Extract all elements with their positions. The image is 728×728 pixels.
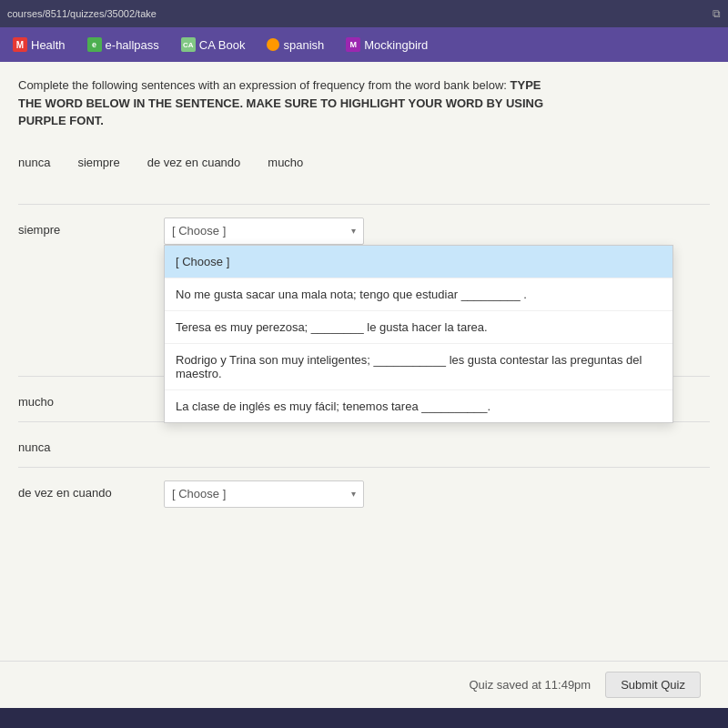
select-siempre-value: [ Choose ] <box>172 224 226 238</box>
dropdown-option-4[interactable]: La clase de inglés es muy fácil; tenemos… <box>165 390 672 422</box>
word-nunca: nunca <box>18 156 50 169</box>
cabook-label: CA Book <box>199 38 246 52</box>
quiz-row-siempre: siempre [ Choose ] ▾ [ Choose ] No me gu… <box>18 204 710 258</box>
bookmark-mockingbird[interactable]: M Mockingbird <box>340 35 433 55</box>
url-bar[interactable]: courses/8511/quizzes/35002/take <box>7 8 157 19</box>
quiz-row-devez: de vez en cuando [ Choose ] ▾ <box>18 467 710 521</box>
dropdown-option-2[interactable]: Teresa es muy perezosa; ________ le gust… <box>165 311 672 344</box>
ehallpass-label: e-hallpass <box>106 38 159 52</box>
select-devez[interactable]: [ Choose ] ▾ <box>164 480 364 508</box>
dropdown-option-1[interactable]: No me gusta sacar una mala nota; tengo q… <box>165 278 672 311</box>
submit-quiz-button[interactable]: Submit Quiz <box>605 672 701 698</box>
instructions: Complete the following sentences with an… <box>18 76 546 130</box>
bookmark-cabook[interactable]: CA CA Book <box>176 35 251 55</box>
chevron-down-icon: ▾ <box>351 226 356 236</box>
quiz-rows: siempre [ Choose ] ▾ [ Choose ] No me gu… <box>18 204 710 521</box>
word-bank: nunca siempre de vez en cuando mucho <box>18 148 710 177</box>
select-siempre[interactable]: [ Choose ] ▾ <box>164 217 364 245</box>
word-siempre: siempre <box>77 156 119 169</box>
instructions-plain: Complete the following sentences with an… <box>18 78 511 92</box>
save-status: Quiz saved at 11:49pm <box>469 678 591 692</box>
label-devez: de vez en cuando <box>18 480 164 500</box>
dropdown-siempre: [ Choose ] No me gusta sacar una mala no… <box>164 245 673 423</box>
health-icon: M <box>13 37 27 52</box>
label-siempre: siempre <box>18 217 164 237</box>
main-content: Complete the following sentences with an… <box>0 62 728 708</box>
spanish-icon <box>267 38 279 51</box>
dropdown-option-3[interactable]: Rodrigo y Trina son muy inteligentes; __… <box>165 344 672 390</box>
external-link-icon: ⧉ <box>713 7 721 20</box>
ehallpass-icon: e <box>87 37 102 52</box>
label-mucho: mucho <box>18 389 164 409</box>
cabook-icon: CA <box>181 37 196 52</box>
footer-bar: Quiz saved at 11:49pm Submit Quiz <box>0 661 728 708</box>
word-devez: de vez en cuando <box>147 156 241 169</box>
dropdown-option-choose[interactable]: [ Choose ] <box>165 246 672 278</box>
select-devez-value: [ Choose ] <box>172 487 226 500</box>
chevron-down-icon-devez: ▾ <box>351 489 356 499</box>
health-label: Health <box>31 38 66 52</box>
spanish-label: spanish <box>283 38 324 52</box>
browser-bar: courses/8511/quizzes/35002/take ⧉ <box>0 0 728 27</box>
bookmark-spanish[interactable]: spanish <box>261 35 329 55</box>
bookmark-bar: M Health e e-hallpass CA CA Book spanish… <box>0 27 728 62</box>
bookmark-health[interactable]: M Health <box>7 35 71 55</box>
select-area-devez: [ Choose ] ▾ <box>164 480 710 508</box>
label-nunca: nunca <box>18 435 164 454</box>
quiz-row-nunca: nunca <box>18 421 710 467</box>
mockingbird-label: Mockingbird <box>364 38 428 52</box>
mockingbird-icon: M <box>346 37 360 52</box>
select-area-siempre: [ Choose ] ▾ [ Choose ] No me gusta saca… <box>164 217 710 245</box>
word-mucho: mucho <box>268 156 303 169</box>
bookmark-ehallpass[interactable]: e e-hallpass <box>82 35 165 55</box>
